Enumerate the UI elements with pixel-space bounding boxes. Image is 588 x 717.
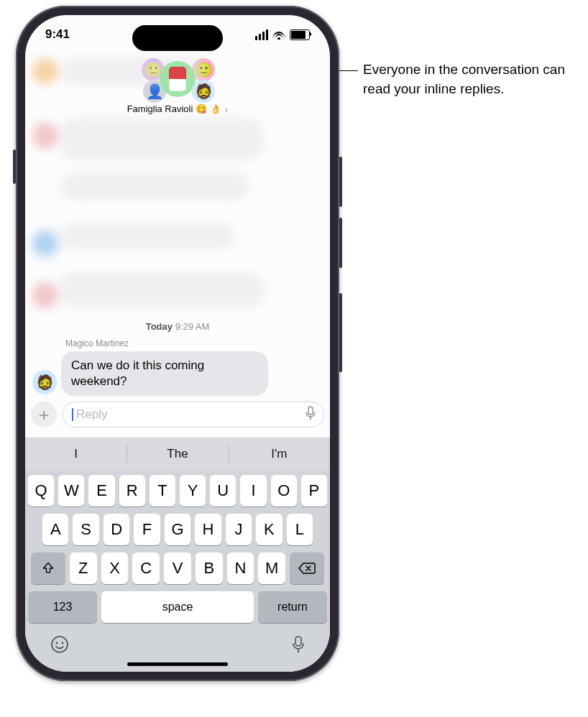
key-z[interactable]: Z: [70, 552, 97, 584]
thread-timestamp: Today 9:29 AM: [25, 321, 330, 332]
key-t[interactable]: T: [150, 475, 175, 506]
keyboard-row: 123 space return: [28, 591, 327, 623]
keyboard-dictation-icon[interactable]: [291, 635, 306, 657]
reply-placeholder: Reply: [76, 407, 107, 422]
svg-point-2: [56, 642, 58, 644]
key-space[interactable]: space: [101, 591, 254, 623]
key-g[interactable]: G: [165, 514, 190, 545]
key-d[interactable]: D: [104, 514, 129, 545]
wifi-icon: [272, 29, 285, 40]
key-b[interactable]: B: [196, 552, 223, 584]
key-c[interactable]: C: [132, 552, 160, 584]
key-n[interactable]: N: [227, 552, 254, 584]
key-e[interactable]: E: [88, 475, 114, 506]
phone-screen: 9:41 🙂 👤 🙂 🧔 Famiglia Ravioli 😋 👌 ›: [25, 15, 330, 672]
key-j[interactable]: J: [226, 514, 252, 545]
group-name: Famiglia Ravioli: [127, 103, 193, 114]
dynamic-island: [132, 25, 223, 51]
svg-point-1: [52, 637, 68, 652]
cellular-icon: [255, 29, 268, 40]
key-r[interactable]: R: [119, 475, 145, 506]
predictive-suggestion[interactable]: I'm: [229, 438, 330, 471]
key-u[interactable]: U: [210, 475, 236, 506]
key-x[interactable]: X: [101, 552, 129, 584]
predictive-suggestion[interactable]: I: [25, 438, 127, 471]
svg-point-3: [62, 642, 64, 644]
key-m[interactable]: M: [258, 552, 285, 584]
keyboard-row: Z X C V B N M: [28, 552, 327, 584]
predictive-suggestion[interactable]: The: [127, 438, 228, 471]
blurred-thread-background: [25, 123, 330, 324]
callout-text: Everyone in the conversation can read yo…: [363, 60, 579, 98]
silence-switch: [13, 149, 16, 184]
group-photo: [160, 61, 196, 97]
svg-rect-4: [295, 637, 301, 646]
key-h[interactable]: H: [195, 514, 221, 545]
key-q[interactable]: Q: [28, 475, 54, 506]
svg-rect-0: [308, 407, 313, 415]
key-backspace[interactable]: [290, 552, 324, 584]
message-composer: ＋ Reply: [31, 400, 324, 429]
reply-input[interactable]: Reply: [63, 402, 324, 427]
battery-icon: [290, 29, 310, 40]
key-a[interactable]: A: [42, 514, 68, 545]
key-v[interactable]: V: [164, 552, 191, 584]
key-l[interactable]: L: [287, 514, 313, 545]
key-numbers[interactable]: 123: [28, 591, 97, 623]
status-time: 9:41: [45, 27, 70, 42]
group-emoji: 👌: [210, 103, 221, 114]
key-w[interactable]: W: [58, 475, 84, 506]
chevron-right-icon: ›: [224, 103, 228, 115]
key-return[interactable]: return: [258, 591, 327, 623]
key-i[interactable]: I: [240, 475, 266, 506]
keyboard: Q W E R T Y U I O P A S D F G H J K L: [25, 471, 330, 672]
volume-down: [339, 218, 342, 268]
participant-avatar: 🧔: [192, 80, 215, 103]
group-emoji: 😋: [196, 103, 207, 114]
emoji-keyboard-icon[interactable]: [50, 634, 70, 657]
keyboard-row: A S D F G H J K L: [28, 514, 327, 545]
key-k[interactable]: K: [256, 514, 282, 545]
key-p[interactable]: P: [301, 475, 327, 506]
phone-frame: 9:41 🙂 👤 🙂 🧔 Famiglia Ravioli 😋 👌 ›: [16, 6, 339, 681]
key-f[interactable]: F: [134, 514, 160, 545]
message-sender-name: Magico Martinez: [65, 338, 129, 348]
key-shift[interactable]: [31, 552, 65, 584]
key-o[interactable]: O: [271, 475, 297, 506]
home-indicator[interactable]: [127, 662, 228, 666]
keyboard-row: Q W E R T Y U I O P: [28, 475, 327, 506]
volume-up: [339, 157, 342, 207]
key-y[interactable]: Y: [180, 475, 206, 506]
key-s[interactable]: S: [73, 514, 98, 545]
predictive-text-bar: I The I'm: [25, 438, 330, 471]
dictation-icon[interactable]: [305, 406, 316, 423]
compose-plus-button[interactable]: ＋: [31, 402, 57, 427]
power-button: [339, 293, 342, 372]
message-bubble[interactable]: Can we do it this coming weekend?: [61, 351, 268, 396]
message-sender-avatar[interactable]: 🧔: [32, 370, 57, 394]
